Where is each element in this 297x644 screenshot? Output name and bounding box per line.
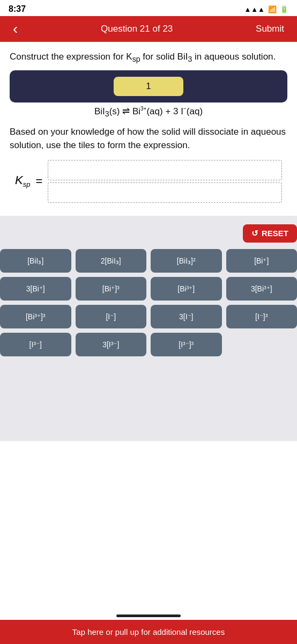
- ksp-expression-area: Ksp =: [10, 160, 287, 203]
- reset-label: RESET: [262, 229, 288, 238]
- question-text: Construct the expression for Ksp for sol…: [10, 50, 287, 65]
- tile-9[interactable]: [Bi³⁺]³: [0, 305, 71, 328]
- tiles-section: ↺ RESET [BiI₃]2[BiI₃][BiI₃]²[Bi⁺]3[Bi⁺][…: [0, 216, 297, 441]
- tile-13[interactable]: [I³⁻]: [0, 333, 71, 356]
- reset-row: ↺ RESET: [0, 224, 297, 243]
- tile-14[interactable]: 3[I³⁻]: [76, 333, 147, 356]
- tile-4[interactable]: [Bi⁺]: [226, 249, 298, 273]
- tile-3[interactable]: [BiI₃]²: [151, 249, 222, 273]
- tile-1[interactable]: [BiI₃]: [0, 249, 71, 273]
- tile-5[interactable]: 3[Bi⁺]: [0, 277, 71, 301]
- ksp-numerator-box[interactable]: [48, 160, 282, 180]
- status-time: 8:37: [9, 4, 26, 14]
- tile-7[interactable]: [Bi³⁺]: [151, 277, 222, 301]
- tiles-grid: [BiI₃]2[BiI₃][BiI₃]²[Bi⁺]3[Bi⁺][Bi⁺]³[Bi…: [0, 249, 297, 356]
- ksp-input-boxes: [48, 160, 282, 203]
- tile-2[interactable]: 2[BiI₃]: [76, 249, 147, 273]
- wifi-icon: 📶: [268, 5, 277, 13]
- tile-8[interactable]: 3[Bi³⁺]: [226, 277, 298, 301]
- tile-12[interactable]: [I⁻]³: [226, 305, 298, 328]
- submit-button[interactable]: Submit: [251, 21, 288, 36]
- equation-step: 1: [146, 81, 151, 91]
- equals-sign: =: [35, 174, 42, 188]
- status-bar: 8:37 ▲▲▲ 📶 🔋: [0, 0, 297, 16]
- home-indicator: [116, 614, 181, 617]
- ksp-label: Ksp: [15, 173, 30, 188]
- signal-icon: ▲▲▲: [244, 5, 265, 13]
- chemical-equation: BiI3(s) ⇌ Bi3+(aq) + 3 I−(aq): [10, 106, 287, 118]
- ksp-denominator-box[interactable]: [48, 182, 282, 203]
- tile-15[interactable]: [I³⁻]³: [151, 333, 222, 356]
- reset-button[interactable]: ↺ RESET: [243, 224, 297, 243]
- tile-6[interactable]: [Bi⁺]³: [76, 277, 147, 301]
- bottom-bar[interactable]: Tap here or pull up for additional resou…: [0, 620, 297, 644]
- tile-10[interactable]: [I⁻]: [76, 305, 147, 328]
- instruction-text: Based on your knowledge of how the solid…: [10, 126, 287, 152]
- content-area: Construct the expression for Ksp for sol…: [0, 42, 297, 203]
- equation-display: 1: [114, 77, 183, 96]
- equation-box: 1: [10, 70, 287, 103]
- status-icons: ▲▲▲ 📶 🔋: [244, 5, 288, 13]
- back-button[interactable]: ‹: [9, 21, 22, 36]
- bottom-bar-label: Tap here or pull up for additional resou…: [72, 627, 225, 636]
- reset-icon: ↺: [251, 229, 258, 238]
- battery-icon: 🔋: [280, 5, 288, 13]
- tile-11[interactable]: 3[I⁻]: [151, 305, 222, 328]
- question-title: Question 21 of 23: [22, 24, 251, 34]
- header: ‹ Question 21 of 23 Submit: [0, 16, 297, 42]
